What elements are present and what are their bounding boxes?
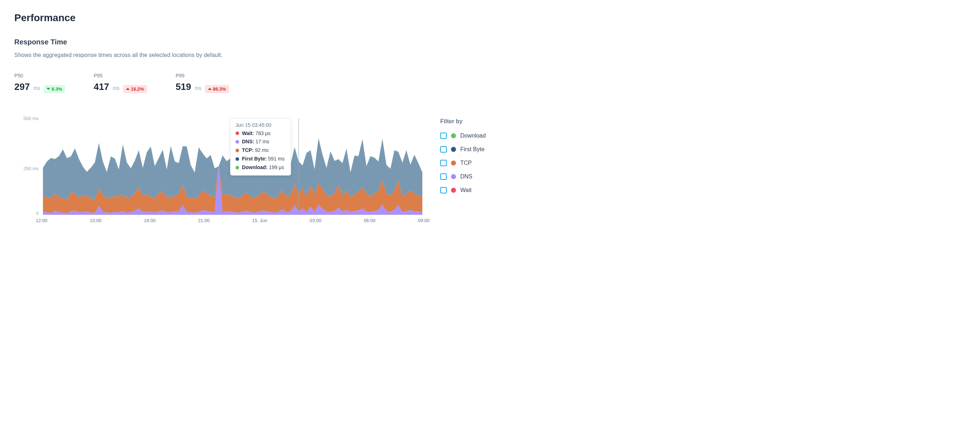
tooltip-key: DNS: xyxy=(242,139,254,144)
filter-item-dns[interactable]: DNS xyxy=(440,173,486,180)
legend-dot-icon xyxy=(451,188,456,193)
tooltip-val: 17 ms xyxy=(256,139,269,144)
tooltip-row: Wait: 783 µs xyxy=(235,129,286,138)
x-axis: 12:00 15:00 18:00 21:00 15. Jun 03:00 06… xyxy=(36,218,430,223)
dot-icon xyxy=(235,166,239,169)
metric-p99: P99 519 ms 86.3% xyxy=(176,73,229,93)
filter-panel: Filter by DownloadFirst ByteTCPDNSWait xyxy=(440,118,486,201)
filter-label: First Byte xyxy=(460,146,485,153)
chart-tooltip: Jun 15 03:45:00 Wait: 783 µs DNS: 17 ms … xyxy=(230,118,291,176)
metric-label: P99 xyxy=(176,73,229,78)
y-tick: 250 ms xyxy=(14,166,43,171)
section-title: Response Time xyxy=(14,38,966,46)
metric-p50: P50 297 ms 8.3% xyxy=(14,73,65,93)
metrics-row: P50 297 ms 8.3% P95 417 ms 16.2% P99 519… xyxy=(14,73,966,93)
metric-value: 417 xyxy=(94,82,109,93)
tooltip-key: Wait: xyxy=(242,130,254,136)
metric-delta: 8.3% xyxy=(51,86,62,92)
triangle-down-icon xyxy=(46,88,50,90)
checkbox-icon[interactable] xyxy=(440,146,447,153)
x-tick: 09:00 xyxy=(418,218,430,223)
x-tick: 03:00 xyxy=(310,218,321,223)
legend-dot-icon xyxy=(451,174,456,179)
metric-unit: ms xyxy=(113,85,119,91)
checkbox-icon[interactable] xyxy=(440,133,447,139)
metric-p95: P95 417 ms 16.2% xyxy=(94,73,147,93)
tooltip-val: 199 µs xyxy=(269,165,284,170)
x-tick: 15. Jun xyxy=(252,218,267,223)
legend-dot-icon xyxy=(451,147,456,152)
x-tick: 06:00 xyxy=(364,218,375,223)
legend-dot-icon xyxy=(451,133,456,138)
dot-icon xyxy=(235,149,239,152)
metric-value: 297 xyxy=(14,82,30,93)
checkbox-icon[interactable] xyxy=(440,187,447,193)
metric-delta-badge: 16.2% xyxy=(123,85,147,93)
filter-item-firstbyte[interactable]: First Byte xyxy=(440,146,486,153)
metric-delta: 16.2% xyxy=(131,86,144,92)
metric-value: 519 xyxy=(176,82,191,93)
filter-label: Download xyxy=(460,133,486,139)
filter-label: DNS xyxy=(460,173,473,180)
metric-delta-badge: 86.3% xyxy=(205,85,229,93)
x-tick: 18:00 xyxy=(144,218,156,223)
metric-label: P95 xyxy=(94,73,147,78)
y-tick: 500 ms xyxy=(14,115,43,121)
metric-unit: ms xyxy=(33,85,40,91)
dot-icon xyxy=(235,157,239,161)
tooltip-title: Jun 15 03:45:00 xyxy=(235,122,286,128)
tooltip-val: 783 µs xyxy=(256,130,270,136)
filter-item-wait[interactable]: Wait xyxy=(440,187,486,193)
filter-item-tcp[interactable]: TCP xyxy=(440,160,486,166)
triangle-up-icon xyxy=(208,88,212,90)
dot-icon xyxy=(235,131,239,135)
section-description: Shows the aggregated response times acro… xyxy=(14,52,966,58)
filter-label: TCP xyxy=(460,160,472,166)
tooltip-row: TCP: 92 ms xyxy=(235,146,286,155)
checkbox-icon[interactable] xyxy=(440,173,447,180)
chart-hover-line xyxy=(299,118,299,213)
tooltip-val: 92 ms xyxy=(255,147,269,153)
filter-title: Filter by xyxy=(440,118,486,125)
triangle-up-icon xyxy=(126,88,130,90)
filter-item-download[interactable]: Download xyxy=(440,133,486,139)
y-axis: 500 ms 250 ms 0 xyxy=(14,118,43,213)
y-tick: 0 xyxy=(14,210,43,216)
checkbox-icon[interactable] xyxy=(440,160,447,166)
metric-label: P50 xyxy=(14,73,65,78)
tooltip-key: Download: xyxy=(242,165,268,170)
tooltip-row: Download: 199 µs xyxy=(235,163,286,172)
metric-delta: 86.3% xyxy=(213,86,226,92)
dot-icon xyxy=(235,140,239,144)
tooltip-row: DNS: 17 ms xyxy=(235,137,286,146)
metric-unit: ms xyxy=(195,85,202,91)
filter-label: Wait xyxy=(460,187,471,193)
tooltip-val: 591 ms xyxy=(268,156,285,161)
x-tick: 12:00 xyxy=(36,218,48,223)
response-time-chart[interactable]: 500 ms 250 ms 0 12:00 15:00 18:00 21:00 … xyxy=(14,118,422,223)
tooltip-key: TCP: xyxy=(242,147,254,153)
x-tick: 15:00 xyxy=(90,218,102,223)
tooltip-row: First Byte: 591 ms xyxy=(235,155,286,163)
tooltip-key: First Byte: xyxy=(242,156,267,161)
metric-delta-badge: 8.3% xyxy=(44,85,65,93)
legend-dot-icon xyxy=(451,160,456,166)
page-title: Performance xyxy=(14,12,966,24)
x-tick: 21:00 xyxy=(198,218,210,223)
